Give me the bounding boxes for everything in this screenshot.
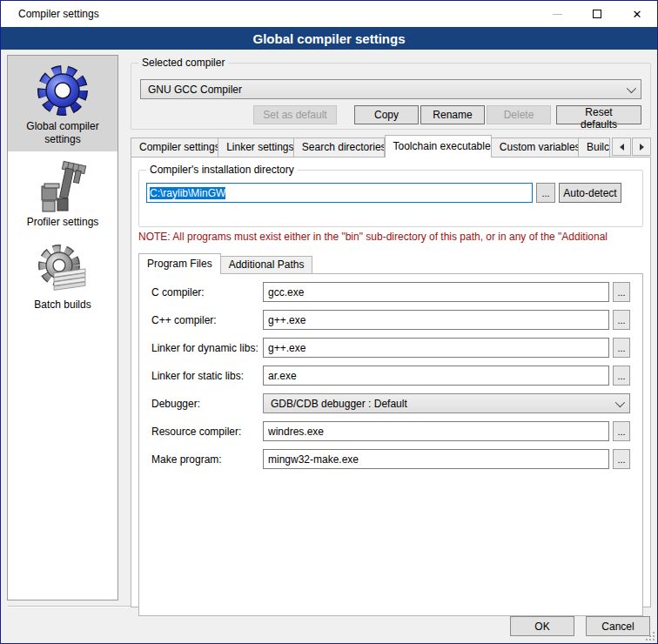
selected-compiler-group-label: Selected compiler (138, 57, 228, 69)
minimize-button[interactable] (537, 1, 577, 27)
tab-build-options-truncated[interactable]: Builc (579, 138, 610, 158)
maximize-button[interactable] (577, 1, 617, 27)
window-controls: ✕ (537, 1, 657, 27)
maximize-icon (593, 10, 601, 18)
dynamic-linker-input[interactable] (263, 338, 609, 358)
caliper-icon (35, 158, 91, 214)
static-linker-label: Linker for static libs: (151, 370, 263, 382)
minimize-icon (553, 14, 562, 15)
static-linker-row: Linker for static libs: ... (151, 366, 630, 386)
gray-gear-stack-icon (35, 241, 91, 297)
sidebar-item-label: Batch builds (10, 299, 116, 312)
blue-gear-icon (35, 63, 91, 118)
program-files-tabs: Program Files Additional Paths (138, 253, 643, 274)
c-compiler-input[interactable] (263, 282, 609, 302)
set-as-default-button[interactable]: Set as default (253, 105, 337, 124)
tab-custom-variables[interactable]: Custom variables (492, 138, 579, 158)
ok-button[interactable]: OK (510, 616, 574, 636)
compiler-select[interactable]: GNU GCC Compiler (140, 79, 641, 99)
installation-directory-browse-button[interactable]: ... (536, 183, 555, 203)
sidebar-item-global-compiler-settings[interactable]: Global compiler settings (8, 56, 118, 151)
dynamic-linker-row: Linker for dynamic libs: ... (151, 338, 630, 358)
resource-compiler-browse-button[interactable]: ... (613, 421, 630, 441)
c-compiler-browse-button[interactable]: ... (613, 282, 630, 302)
cpp-compiler-row: C++ compiler: ... (151, 310, 630, 330)
compiler-actions: Set as default Copy Rename Delete Reset … (140, 105, 641, 124)
close-button[interactable]: ✕ (617, 1, 657, 27)
rename-button[interactable]: Rename (420, 105, 485, 124)
tab-toolchain-executables[interactable]: Toolchain executables (385, 135, 492, 158)
make-program-label: Make program: (151, 453, 263, 466)
cpp-compiler-browse-button[interactable]: ... (613, 310, 630, 330)
window-title: Compiler settings (1, 8, 537, 20)
subtab-additional-paths[interactable]: Additional Paths (221, 256, 313, 274)
sidebar-item-profiler-settings[interactable]: Profiler settings (8, 151, 118, 234)
debugger-select[interactable]: GDB/CDB debugger : Default (263, 393, 630, 413)
dynamic-linker-label: Linker for dynamic libs: (151, 342, 263, 354)
arrow-right-icon (640, 144, 644, 151)
settings-tabs: Compiler settings Linker settings Search… (131, 135, 651, 158)
tab-compiler-settings[interactable]: Compiler settings (131, 138, 218, 158)
cpp-compiler-label: C++ compiler: (151, 314, 263, 326)
subtab-program-files[interactable]: Program Files (138, 253, 221, 274)
installation-directory-input[interactable]: C:\raylib\MinGW (146, 183, 533, 203)
dialog-body: Global compiler settings (1, 50, 657, 643)
make-program-input[interactable] (263, 449, 609, 469)
tab-search-directories[interactable]: Search directories (294, 138, 385, 158)
page-title: Global compiler settings (1, 27, 657, 50)
installation-directory-group: Compiler's installation directory C:\ray… (138, 170, 643, 227)
toolchain-executables-page: Compiler's installation directory C:\ray… (131, 157, 651, 607)
arrow-left-icon (620, 144, 624, 151)
installation-directory-value: C:\raylib\MinGW (150, 187, 225, 199)
c-compiler-row: C compiler: ... (151, 282, 630, 302)
sidebar-item-label: Global compiler settings (10, 120, 116, 146)
close-icon: ✕ (633, 9, 642, 20)
debugger-label: Debugger: (151, 398, 263, 410)
c-compiler-label: C compiler: (151, 286, 263, 299)
selected-compiler-group: Selected compiler GNU GCC Compiler Set a… (131, 63, 651, 130)
auto-detect-button[interactable]: Auto-detect (559, 183, 621, 203)
installation-directory-group-label: Compiler's installation directory (146, 164, 298, 176)
installation-directory-row: C:\raylib\MinGW ... Auto-detect (146, 183, 635, 203)
dynamic-linker-browse-button[interactable]: ... (613, 338, 630, 358)
debugger-row: Debugger: GDB/CDB debugger : Default (151, 393, 630, 413)
tab-scroll-right-button[interactable] (632, 138, 651, 156)
sidebar-item-batch-builds[interactable]: Batch builds (8, 234, 118, 317)
tab-linker-settings[interactable]: Linker settings (218, 138, 294, 158)
sidebar-item-label: Profiler settings (10, 216, 116, 229)
resource-compiler-label: Resource compiler: (151, 426, 263, 438)
make-program-browse-button[interactable]: ... (613, 449, 630, 469)
dialog-buttons: OK Cancel (510, 616, 650, 636)
static-linker-browse-button[interactable]: ... (613, 366, 630, 386)
resource-compiler-row: Resource compiler: ... (151, 421, 630, 441)
main-panel: Selected compiler GNU GCC Compiler Set a… (131, 56, 651, 607)
reset-defaults-button[interactable]: Reset defaults (556, 105, 641, 124)
debugger-select-value: GDB/CDB debugger : Default (271, 398, 615, 410)
make-program-row: Make program: ... (151, 449, 630, 469)
cancel-button[interactable]: Cancel (586, 616, 650, 636)
bin-subdirectory-note: NOTE: All programs must exist either in … (138, 231, 643, 243)
tab-scroll-arrows (612, 138, 651, 156)
copy-button[interactable]: Copy (354, 105, 419, 124)
program-files-page: C compiler: ... C++ compiler: ... Linker… (138, 273, 643, 616)
delete-button[interactable]: Delete (487, 105, 551, 124)
static-linker-input[interactable] (263, 366, 609, 386)
resource-compiler-input[interactable] (263, 421, 609, 441)
chevron-down-icon (615, 397, 625, 406)
cpp-compiler-input[interactable] (263, 310, 609, 330)
chevron-down-icon (627, 83, 636, 92)
title-bar: Compiler settings ✕ (1, 1, 657, 27)
compiler-settings-dialog: Compiler settings ✕ Global compiler sett… (0, 0, 658, 644)
tab-scroll-left-button[interactable] (612, 138, 631, 156)
resize-grip-icon[interactable] (645, 631, 655, 641)
compiler-select-value: GNU GCC Compiler (148, 84, 627, 96)
settings-category-list: Global compiler settings (7, 55, 118, 600)
